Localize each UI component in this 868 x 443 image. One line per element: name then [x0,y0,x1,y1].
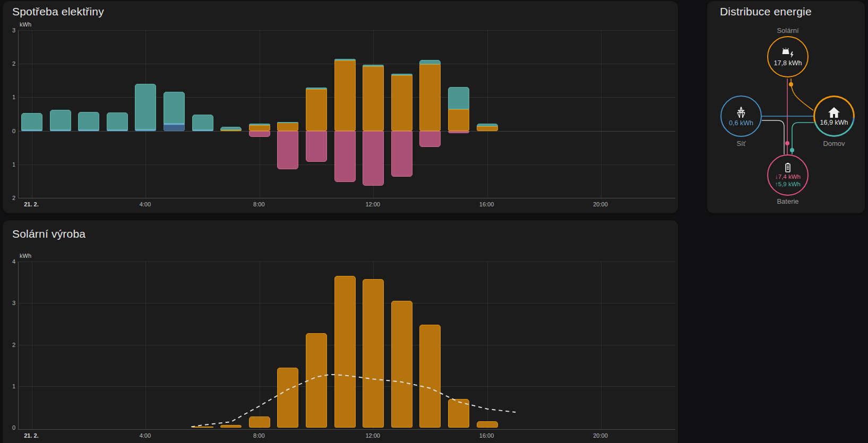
bar-battery_in-h11-neg[interactable] [334,131,356,182]
v-gridline [487,262,488,429]
bar-solar-h15[interactable] [448,399,469,428]
bar-grid-h2[interactable] [78,130,99,131]
y-tick-label: 3 [4,27,15,33]
home-icon [828,107,840,118]
bar-solar-h8[interactable] [249,125,270,131]
bar-battery_out-h16[interactable] [477,124,498,126]
y-tick-label: 1 [4,161,15,168]
solar-node-value: 17,8 kWh [774,59,802,67]
consumption-card: Spotřeba elektřiny kWh 321012 21. 2.4:00… [3,1,678,213]
bar-solar-h16[interactable] [477,126,498,131]
bar-battery_out-h3[interactable] [107,112,128,129]
bar-solar-h11[interactable] [334,276,356,428]
bar-solar-h14[interactable] [419,64,441,131]
consumption-title: Spotřeba elektřiny [12,5,104,18]
solar-production-title: Solární výroba [12,228,85,240]
battery-node[interactable]: ↓7,4 kWh ↑5,9 kWh [767,154,809,196]
x-tick-label: 16:00 [479,201,494,207]
home-node[interactable]: 16,9 kWh [813,95,855,137]
bar-battery_in-h8-neg[interactable] [249,131,270,137]
v-gridline [487,30,488,198]
x-tick-label: 12:00 [365,432,380,439]
home-node-label: Domov [823,140,845,147]
y-tick-label: 4 [4,258,15,265]
y-tick-label: 0 [4,424,15,431]
x-tick-label: 12:00 [365,201,380,207]
bar-solar-h15[interactable] [448,109,469,131]
y-tick-label: 3 [4,300,15,306]
bar-solar-h13[interactable] [391,75,412,131]
bar-solar-h10[interactable] [306,333,327,428]
home-node-value: 16,9 kWh [820,119,848,126]
bar-battery_out-h8[interactable] [249,124,270,125]
x-tick-label: 21. 2. [24,432,39,439]
bar-battery_in-h12-neg[interactable] [363,131,384,186]
h-gridline [19,262,675,262]
bar-battery_in-h9-neg[interactable] [277,131,298,170]
bar-battery_in-h10-neg[interactable] [306,131,327,162]
bar-battery_out-h1[interactable] [50,110,71,130]
x-tick-label: 21. 2. [24,201,39,207]
bar-grid-h4[interactable] [135,129,156,131]
x-tick-label: 20:00 [593,432,608,439]
bar-grid-h1[interactable] [50,130,71,131]
bar-battery_in-h13-neg[interactable] [391,131,412,177]
solar-power-icon [781,47,795,59]
bar-battery_out-h13[interactable] [391,74,412,75]
bar-solar-h9[interactable] [277,368,298,428]
grid-node[interactable]: 0,6 kWh [720,95,762,137]
h-gridline [19,30,675,31]
bar-battery_out-h12[interactable] [363,65,384,66]
bar-grid-h3[interactable] [107,130,128,131]
solar-production-card: Solární výroba kWh 43210 21. 2.4:008:001… [3,220,678,443]
bar-grid-h6[interactable] [192,130,213,131]
solar-plot-area [18,262,675,430]
bar-solar-h8[interactable] [249,416,270,428]
v-gridline [260,262,260,429]
bar-battery_out-h7[interactable] [220,127,242,130]
flow-solar-to-home [791,79,813,110]
solar-node[interactable]: 17,8 kWh [767,36,809,77]
bar-solar-h16[interactable] [477,421,498,428]
bar-battery_out-h9[interactable] [277,122,298,123]
bar-solar-h6[interactable] [192,427,213,428]
grid-node-value: 0,6 kWh [729,119,753,127]
bar-solar-h7[interactable] [220,130,242,131]
x-tick-label: 16:00 [479,432,494,439]
bar-grid-h5[interactable] [164,124,185,125]
bar-battery_out-h2[interactable] [78,112,99,129]
bar-battery_out-h4[interactable] [135,84,156,129]
v-gridline [601,262,601,429]
bar-battery_out-h10[interactable] [306,88,327,89]
bar-battery_out-h11[interactable] [334,59,356,60]
bar-grid2-h5[interactable] [164,125,185,131]
consumption-unit-label: kWh [20,21,31,28]
x-tick-label: 4:00 [140,432,151,439]
solar-unit-label: kWh [20,253,31,259]
bar-solar-h11[interactable] [334,60,356,131]
bar-battery_out-h0[interactable] [21,113,42,130]
solar-node-label: Solární [777,27,798,34]
bar-battery_out-h6[interactable] [192,115,213,129]
flow-grid-to-battery [762,120,784,154]
bar-grid-h0[interactable] [21,130,42,131]
y-tick-label: 2 [4,60,15,67]
bar-battery_in-h15-neg[interactable] [448,131,469,133]
bar-solar-h14[interactable] [419,325,441,428]
bar-solar-h12[interactable] [363,279,384,428]
y-tick-label: 1 [4,383,15,389]
bar-battery_out-h15[interactable] [448,87,469,109]
bar-battery_in-h14-neg[interactable] [419,131,441,147]
bar-solar-h12[interactable] [363,66,384,131]
bar-solar-h13[interactable] [391,301,412,428]
battery-charge-value: ↓7,4 kWh [775,173,801,180]
y-tick-label: 1 [4,94,15,100]
flow-dot-solar [789,82,793,86]
bar-solar-h9[interactable] [277,123,298,131]
bar-battery_out-h14[interactable] [419,60,441,64]
flow-battery-to-home [792,123,814,154]
consumption-plot-area [18,30,675,198]
bar-battery_out-h5[interactable] [164,92,185,124]
bar-solar-h10[interactable] [306,89,327,131]
bar-solar-h7[interactable] [220,425,242,428]
